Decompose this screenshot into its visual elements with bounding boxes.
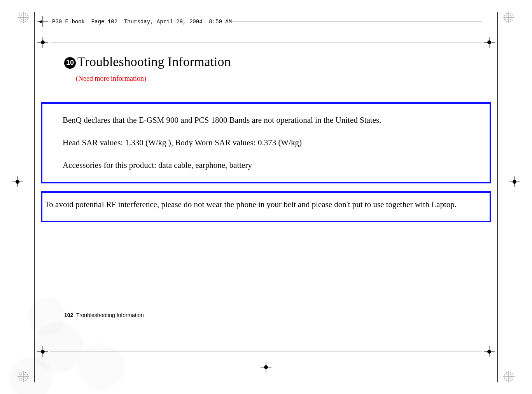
frame-line [497, 12, 498, 382]
info-box-1-paragraph: BenQ declares that the E-GSM 900 and PCS… [63, 115, 469, 126]
header-page: Page 102 [91, 19, 117, 25]
crop-mark-icon [261, 362, 271, 373]
page-header: P30_E.book Page 102 Thursday, April 29, … [51, 19, 233, 25]
editorial-note: (Need more information) [76, 75, 468, 83]
header-time: 8:50 AM [209, 19, 232, 25]
crop-mark-icon [484, 37, 495, 48]
page-content: 10 Troubleshooting Information (Need mor… [64, 54, 468, 230]
page-footer: 102 Troubleshooting Information [64, 312, 144, 318]
header-file: P30_E.book [52, 19, 85, 25]
chapter-title-text: Troubleshooting Information [77, 54, 231, 69]
registration-mark-icon [18, 12, 29, 23]
crop-mark-icon [37, 346, 48, 357]
chapter-number-badge: 10 [64, 57, 76, 69]
info-box-2-paragraph: To avoid potential RF interference, plea… [45, 199, 487, 210]
svg-marker-18 [38, 20, 42, 23]
crop-mark-icon [37, 37, 48, 48]
info-box-1-paragraph: Head SAR values: 1.330 (W/kg ), Body Wor… [63, 137, 469, 148]
crop-mark-icon [12, 176, 23, 187]
crop-mark-icon [484, 346, 495, 357]
info-box-1-paragraph: Accessories for this product: data cable… [63, 160, 469, 171]
registration-mark-icon [503, 371, 514, 382]
crop-mark-icon [509, 176, 520, 187]
info-box-1: BenQ declares that the E-GSM 900 and PCS… [41, 102, 491, 183]
info-box-2: To avoid potential RF interference, plea… [41, 191, 491, 222]
footer-page-number: 102 [64, 312, 73, 318]
header-date: Thursday, April 29, 2004 [124, 19, 203, 25]
chapter-title: 10 Troubleshooting Information [64, 54, 468, 70]
arrow-mark-icon [37, 16, 48, 27]
registration-mark-icon [503, 12, 514, 23]
footer-section: Troubleshooting Information [76, 312, 144, 318]
frame-line [34, 12, 35, 382]
registration-mark-icon [18, 371, 29, 382]
frame-line [50, 42, 482, 42]
frame-line [50, 352, 482, 352]
